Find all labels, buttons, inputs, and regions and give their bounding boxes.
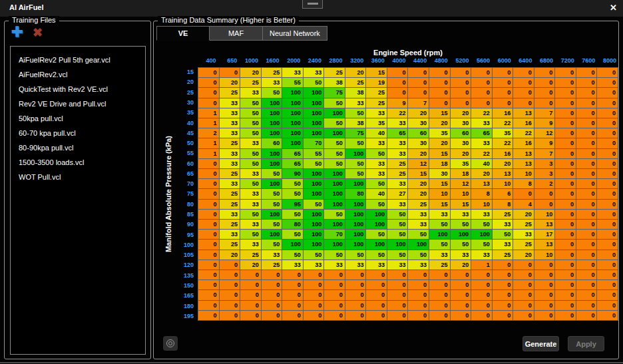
heatmap-cell: 0 [451,78,471,87]
heatmap-cell: 38 [324,78,345,87]
heatmap-cell: 33 [220,230,240,239]
file-list-item[interactable]: Rev2 VE Drive and Pull.vcl [11,96,145,111]
heatmap-cell: 50 [240,210,261,219]
heatmap-cell: 0 [387,290,408,299]
heatmap-cell: 40 [471,159,492,168]
heatmap-cell: 35 [451,159,471,168]
heatmap-cell: 33 [429,210,450,219]
heatmap-cell: 17 [534,230,555,239]
column-header: 7600 [577,57,598,66]
heatmap-cell: 0 [576,270,597,279]
heatmap-cell: 33 [408,220,429,229]
heatmap-cell: 33 [345,260,366,270]
remove-file-icon[interactable]: ✖ [33,26,43,39]
heatmap-cell: 0 [513,78,534,87]
heatmap-cell: 100 [304,220,324,229]
heatmap-cell: 0 [555,280,576,289]
heatmap-cell: 50 [493,230,513,239]
heatmap-cell: 0 [555,118,576,128]
heatmap-cell: 0 [240,311,261,320]
heatmap-cell: 1 [471,260,492,270]
file-list-item[interactable]: QuickTest with Rev2 VE.vcl [11,82,145,96]
heatmap-cell: 0 [471,311,492,320]
heatmap-cell: 0 [304,311,324,320]
column-header: 2000 [282,57,303,66]
heatmap-cell: 0 [429,68,450,77]
heatmap-cell: 50 [240,149,261,158]
drag-handle-icon [308,3,318,5]
heatmap-cell: 0 [345,301,366,310]
heatmap-cell: 33 [513,230,534,239]
column-header: 1600 [261,57,282,66]
heatmap-cell: 0 [513,68,534,77]
heatmap-cell: 100 [324,169,345,178]
heatmap-cell: 20 [408,189,429,198]
heatmap-cell: 100 [345,179,366,188]
heatmap-cell: 33 [408,210,429,219]
heatmap-cell: 75 [345,128,366,138]
window-drag-handle[interactable] [302,0,323,9]
heatmap-cell: 50 [408,250,429,260]
heatmap-cell: 50 [366,149,387,158]
tab-maf[interactable]: MAF [210,26,263,41]
file-list-item[interactable]: 50kpa pull.vcl [11,111,145,126]
heatmap-cell: 0 [304,280,324,289]
heatmap-cell: 33 [366,108,387,118]
heatmap-cell: 100 [304,108,324,118]
heatmap-cell: 0 [534,311,555,320]
heatmap-cell: 33 [387,200,408,209]
heatmap-cell: 35 [493,128,513,138]
heatmap-cell: 18 [429,159,450,168]
add-file-icon[interactable]: ✚ [11,24,23,39]
heatmap-cell: 33 [240,189,261,198]
heatmap-cell: 0 [471,78,492,87]
heatmap-cell: 33 [387,260,408,270]
y-axis-title: Manifold Absolute Pressure (kPa) [164,67,174,321]
heatmap-cell: 75 [324,88,345,97]
heatmap-cell: 0 [576,169,597,178]
heatmap-cell: 0 [597,169,618,178]
heatmap-cell: 0 [220,270,240,279]
heatmap-cell: 0 [534,290,555,299]
column-header: 6800 [534,57,555,66]
column-header: 5600 [471,57,492,66]
heatmap-cell: 25 [220,220,240,229]
file-list-item[interactable]: AiFuelRev2 Pull 5th gear.vcl [11,53,145,67]
close-icon[interactable]: ✕ [610,3,617,13]
row-header: 165 [175,291,195,300]
heatmap-cell: 0 [513,189,534,198]
heatmap-cell: 0 [451,68,471,77]
tab-neural-network[interactable]: Neural Network [263,26,327,41]
heatmap-cell: 33 [220,149,240,158]
heatmap-cell: 15 [429,149,450,158]
file-list-item[interactable]: AiFuelRev2.vcl [11,67,145,82]
file-list-item[interactable]: 1500-3500 loads.vcl [11,155,145,170]
heatmap-cell: 100 [345,240,366,249]
heatmap-cell: 0 [429,311,450,320]
file-list-item[interactable]: WOT Pull.vcl [11,170,145,184]
heatmap-cell: 100 [262,179,282,188]
heatmap-cell: 100 [304,169,324,178]
summary-panel: Training Data Summary (Higher is Better)… [153,21,619,359]
tab-ve[interactable]: VE [156,26,210,41]
apply-button[interactable]: Apply [568,336,604,351]
heatmap-cell: 22 [471,149,492,158]
heatmap-cell: 25 [513,220,534,229]
heatmap-cell: 100 [304,230,324,239]
heatmap-cell: 50 [324,118,345,128]
heatmap-cell: 20 [471,169,492,178]
heatmap-cell: 25 [493,210,513,219]
heatmap-cell: 0 [471,280,492,289]
heatmap-cell: 25 [429,260,450,270]
heatmap-cell: 60 [408,128,429,138]
heatmap-cell: 0 [555,220,576,229]
heatmap-cell: 33 [220,98,240,108]
file-list-item[interactable]: 60-70 kpa pull.vcl [11,126,145,140]
heatmap-cell: 100 [451,230,471,239]
column-header: 6000 [493,57,513,66]
heatmap-cell: 50 [324,159,345,168]
gauge-icon-button[interactable] [163,336,178,351]
file-list-item[interactable]: 80-90kpa pull.vcl [11,140,145,155]
heatmap-cell: 0 [493,78,513,87]
generate-button[interactable]: Generate [522,336,559,351]
